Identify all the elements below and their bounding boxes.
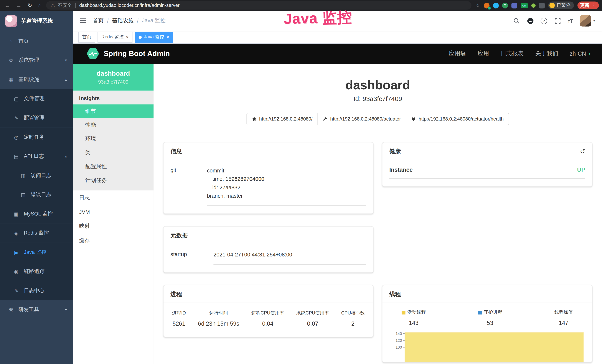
user-menu[interactable]: ▾ <box>580 15 595 27</box>
info-line: branch: master <box>207 192 366 200</box>
browser-home-icon[interactable]: ⌂ <box>38 2 42 8</box>
browser-back-icon[interactable]: ← <box>5 2 10 8</box>
health-url-button[interactable]: http://192.168.0.2:48080/actuator/health <box>406 113 509 125</box>
actuator-url-button[interactable]: http://192.168.0.2:48080/actuator <box>318 113 406 125</box>
security-warning-icon[interactable]: ⚠ <box>51 3 55 8</box>
close-icon[interactable]: × <box>126 35 129 39</box>
update-button[interactable]: 更新 ⋮ <box>577 1 599 9</box>
sba-item-caches[interactable]: 缓存 <box>73 234 153 248</box>
close-icon[interactable]: × <box>166 35 169 39</box>
sba-item-jvm[interactable]: JVM <box>73 205 153 219</box>
sba-nav-applications[interactable]: 应用 <box>478 50 489 57</box>
process-col-value: 0.07 <box>296 320 329 327</box>
history-icon[interactable]: ↺ <box>580 148 585 155</box>
sba-item-config-props[interactable]: 配置属性 <box>73 160 153 173</box>
tab-home[interactable]: 首页 <box>78 32 95 43</box>
insights-group-label: Insights <box>73 91 153 105</box>
chevron-up-icon: ▴ <box>65 154 67 158</box>
tab-redis-monitor[interactable]: Redis 监控 × <box>97 32 133 43</box>
sidebar-item-error-logs[interactable]: ▧ 错误日志 <box>0 185 73 204</box>
extension-icon-leaf[interactable] <box>531 3 536 8</box>
search-icon[interactable] <box>513 17 520 24</box>
sba-nav-journal[interactable]: 日志报表 <box>501 50 524 57</box>
ytick-label: 120 <box>396 338 402 342</box>
instance-header[interactable]: dashboard 93a3fc7f7409 <box>73 64 153 91</box>
breadcrumb-current: Java 监控 <box>142 17 166 24</box>
extension-icon-grid[interactable] <box>511 2 517 8</box>
sidebar-item-trace[interactable]: ◉ 链路追踪 <box>0 262 73 281</box>
legend-item: 线程峰值 147 <box>554 309 573 326</box>
sba-item-environment[interactable]: 环境 <box>73 132 153 146</box>
avatar[interactable] <box>580 15 591 27</box>
extension-icon-puzzle[interactable] <box>539 2 545 8</box>
legend-label: 线程峰值 <box>554 309 573 316</box>
page-title: dashboard <box>153 77 602 93</box>
paused-badge[interactable]: 已暂停 <box>548 1 574 9</box>
extension-icon-drop[interactable] <box>493 2 499 8</box>
sidebar-item-mysql-monitor[interactable]: ▣ MySQL 监控 <box>0 204 73 224</box>
tab-java-monitor[interactable]: Java 监控 × <box>135 32 173 43</box>
sidebar-item-file-management[interactable]: ▢ 文件管理 <box>0 89 73 108</box>
health-instance-label[interactable]: Instance <box>389 166 413 173</box>
metadata-key: startup <box>170 250 213 265</box>
sba-navbar: Spring Boot Admin 应用墙 应用 日志报表 关于我们 zh-CN… <box>73 43 602 64</box>
bookmark-star-icon[interactable]: ☆ <box>475 2 480 8</box>
sba-item-metrics[interactable]: 性能 <box>73 118 153 132</box>
address-bar[interactable]: ⚠ 不安全 dashboard.yudao.iocoder.cn/infra/a… <box>46 1 472 10</box>
chevron-down-icon: ▾ <box>588 51 590 56</box>
sidebar-item-java-monitor[interactable]: ▣ Java 监控 <box>0 243 73 262</box>
sidebar-item-dev-tools[interactable]: ⚒ 研发工具 ▾ <box>0 300 73 320</box>
legend-value: 147 <box>554 320 573 326</box>
url-text[interactable]: dashboard.yudao.iocoder.cn/infra/admin-s… <box>79 3 180 8</box>
sidebar-item-redis-monitor[interactable]: ◈ Redis 监控 <box>0 224 73 243</box>
sba-item-classes[interactable]: 类 <box>73 146 153 160</box>
breadcrumb-home[interactable]: 首页 <box>93 17 104 24</box>
tools-icon: ⚒ <box>8 307 14 313</box>
github-icon[interactable] <box>527 17 534 24</box>
help-icon[interactable]: ? <box>541 17 547 24</box>
app-logo[interactable]: 芋道管理系统 <box>0 11 73 32</box>
service-url-button[interactable]: http://192.168.0.2:48080/ <box>247 113 318 125</box>
sidebar-item-label: 错误日志 <box>31 191 52 198</box>
sidebar-item-system[interactable]: ⚙ 系统管理 ▾ <box>0 51 73 70</box>
legend-item: 守护进程 53 <box>478 309 502 326</box>
browser-forward-icon[interactable]: → <box>16 2 22 8</box>
sidebar-item-home[interactable]: ⌂ 首页 <box>0 32 73 51</box>
sba-brand-title[interactable]: Spring Boot Admin <box>104 49 170 58</box>
sidebar-item-infrastructure[interactable]: ▦ 基础设施 ▴ <box>0 70 73 89</box>
sidebar-item-label: 研发工具 <box>18 306 39 313</box>
sba-nav-wallboard[interactable]: 应用墙 <box>449 50 466 57</box>
threads-chart-yaxis: 140 120 100 <box>391 331 405 362</box>
font-size-icon[interactable]: TT <box>568 18 573 23</box>
sidebar-item-api-logs[interactable]: ▤ API 日志 ▴ <box>0 147 73 166</box>
legend-label: 守护进程 <box>484 309 502 316</box>
sba-item-details[interactable]: 细节 <box>73 104 153 118</box>
instance-id-line: Id: 93a3fc7f7409 <box>153 95 602 103</box>
legend-value: 143 <box>402 320 426 326</box>
breadcrumb-infrastructure[interactable]: 基础设施 <box>112 17 133 24</box>
extension-icon-fox[interactable]: 1 <box>484 2 489 8</box>
sba-item-logs[interactable]: 日志 <box>73 191 153 205</box>
sba-item-mappings[interactable]: 映射 <box>73 219 153 234</box>
chevron-down-icon: ▾ <box>65 308 67 312</box>
sidebar-item-access-logs[interactable]: ▥ 访问日志 <box>0 166 73 185</box>
home-icon <box>252 117 257 121</box>
metadata-value: 2021-04-27T00:44:31.254+08:00 <box>213 250 366 265</box>
sidebar-item-label: 配置管理 <box>24 114 44 121</box>
browser-reload-icon[interactable]: ↻ <box>28 2 32 8</box>
sba-item-scheduled[interactable]: 计划任务 <box>73 173 153 187</box>
extension-icon-on[interactable]: on <box>521 3 528 8</box>
access-log-icon: ▥ <box>20 173 27 178</box>
sidebar-item-scheduled-tasks[interactable]: ◷ 定时任务 <box>0 128 73 147</box>
sba-nav-about[interactable]: 关于我们 <box>535 50 558 57</box>
info-line: id: 27aa832 <box>212 183 366 192</box>
sidebar-item-log-center[interactable]: ✎ 日志中心 <box>0 281 73 300</box>
locale-select[interactable]: zh-CN ▾ <box>570 50 591 57</box>
sidebar-item-config-management[interactable]: ✎ 配置管理 <box>0 108 73 128</box>
extension-icon-y[interactable]: Y <box>502 2 508 8</box>
browser-chrome: ← → ↻ ⌂ ⚠ 不安全 dashboard.yudao.iocoder.cn… <box>0 0 602 11</box>
fullscreen-icon[interactable] <box>554 17 561 24</box>
health-card-title: 健康 <box>389 148 401 155</box>
browser-menu-icon[interactable]: ⋮ <box>592 3 596 8</box>
sidebar-toggle-icon[interactable] <box>80 18 86 23</box>
